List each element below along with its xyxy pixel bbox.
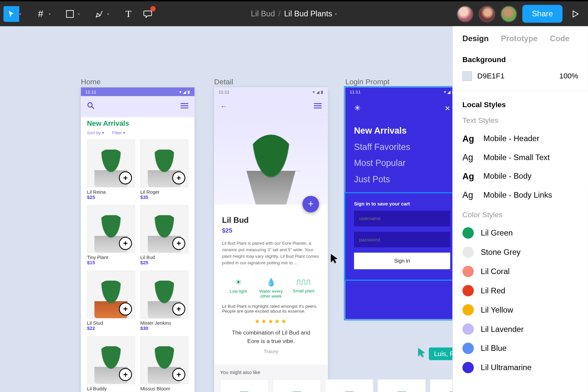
color-style-item[interactable]: Lil Lavender xyxy=(463,323,579,335)
color-style-item[interactable]: Lil Yellow xyxy=(463,304,579,316)
username-input[interactable] xyxy=(354,211,450,226)
shape-tool-caret[interactable]: ▾ xyxy=(78,11,80,16)
color-swatch-icon xyxy=(463,266,474,277)
care-icon: 💧 xyxy=(256,278,286,287)
add-to-cart-fab[interactable]: + xyxy=(302,196,319,212)
menu-icon[interactable] xyxy=(314,103,322,110)
frame-tool-caret[interactable]: ▾ xyxy=(49,11,51,16)
color-style-item[interactable]: Lil Blue xyxy=(463,343,579,354)
review-author: Tracey xyxy=(222,349,320,354)
shape-tool[interactable] xyxy=(62,6,78,22)
text-tool[interactable]: T xyxy=(121,6,136,22)
product-card[interactable]: + Tiny Plant $15 xyxy=(87,205,135,266)
product-image: + xyxy=(140,270,188,318)
color-swatch-icon xyxy=(463,362,474,373)
background-swatch[interactable] xyxy=(463,71,472,81)
ymal-card[interactable]: + Tiny Plant $25 xyxy=(220,379,268,392)
menu-icon[interactable] xyxy=(181,103,188,110)
status-time: 11:11 xyxy=(85,90,96,94)
ymal-card[interactable]: + Mister Jenkins $25 xyxy=(325,379,373,392)
password-input[interactable] xyxy=(354,232,450,247)
add-button[interactable]: + xyxy=(172,237,185,250)
product-card[interactable]: + Mister Jenkins $30 xyxy=(140,270,188,331)
status-icons: ▾ ◢ ▮ xyxy=(313,90,323,94)
product-name: Tiny Plant xyxy=(87,255,135,260)
background-hex[interactable]: D9E1F1 xyxy=(477,72,504,80)
login-menu-item[interactable]: Most Popular xyxy=(354,158,450,168)
login-menu-item[interactable]: Staff Favorites xyxy=(354,142,450,152)
frame-label-home[interactable]: Home xyxy=(81,78,101,87)
product-name: Mister Jenkins xyxy=(140,320,188,326)
frame-home[interactable]: 11:11 ▾ ◢ ▮ New Arrivals Sort by ▾ Filte… xyxy=(81,88,195,392)
frame-label-login[interactable]: Login Prompt xyxy=(345,78,389,87)
product-price: $30 xyxy=(140,326,188,331)
collaborator-avatar[interactable] xyxy=(479,6,495,22)
text-style-item[interactable]: AgMobile - Header xyxy=(463,134,579,144)
care-attribute: ⎍⎍⎍Small plant xyxy=(288,278,319,299)
frame-tool[interactable]: # xyxy=(33,6,48,22)
filter-dropdown[interactable]: Filter ▾ xyxy=(112,130,125,135)
document-name: Lil Bud Plants xyxy=(284,9,332,18)
text-style-item[interactable]: AgMobile - Body Links xyxy=(463,190,579,200)
status-icons: ▾ ◢ ▮ xyxy=(179,90,190,94)
product-card[interactable]: + Lil Roger $35 xyxy=(140,139,188,200)
frame-label-detail[interactable]: Detail xyxy=(214,78,233,87)
text-style-item[interactable]: AgMobile - Body xyxy=(463,171,579,181)
present-button[interactable] xyxy=(568,10,583,18)
product-price: $25 xyxy=(87,194,135,200)
product-image: + xyxy=(87,205,135,253)
close-icon[interactable]: ✕ xyxy=(445,104,450,112)
ymal-card[interactable]: + Lil Roger $25 xyxy=(273,379,321,392)
product-card[interactable]: + Missus Bloom $25 xyxy=(140,336,188,392)
frame-login[interactable]: 11:11 ▾ ◢ ▮ ✳ ✕ New ArrivalsStaff Favori… xyxy=(345,88,459,319)
comment-tool[interactable] xyxy=(140,6,155,22)
move-tool-caret[interactable]: ▾ xyxy=(19,11,22,16)
login-menu-item[interactable]: New Arrivals xyxy=(354,126,450,136)
add-button[interactable]: + xyxy=(172,171,185,184)
app-toolbar: ▾ # ▾ ▾ ▾ T Lil Bud / Lil Bud Plants ▾ S… xyxy=(0,0,588,26)
product-card[interactable]: + Lil Reina $25 xyxy=(87,139,135,200)
add-button[interactable]: + xyxy=(172,302,185,316)
collaborator-avatar[interactable] xyxy=(457,6,473,22)
pen-tool-caret[interactable]: ▾ xyxy=(107,11,109,16)
ymal-card[interactable]: + Medium Succulent $25 xyxy=(378,379,426,392)
document-caret[interactable]: ▾ xyxy=(335,11,337,16)
search-icon[interactable] xyxy=(87,102,95,111)
color-style-item[interactable]: Lil Ultramarine xyxy=(463,362,579,373)
login-menu-item[interactable]: Just Pots xyxy=(354,174,450,185)
add-button[interactable]: + xyxy=(119,171,132,184)
product-card[interactable]: + Lil Stud $22 xyxy=(87,270,135,331)
add-button[interactable]: + xyxy=(172,368,185,381)
pen-tool[interactable] xyxy=(91,6,107,22)
care-attribute: 💧Water every other week xyxy=(256,278,286,299)
color-style-item[interactable]: Stone Grey xyxy=(463,247,579,258)
back-icon[interactable]: ← xyxy=(220,103,227,110)
sort-dropdown[interactable]: Sort by ▾ xyxy=(87,130,104,135)
tab-code[interactable]: Code xyxy=(550,34,569,43)
color-style-name: Lil Yellow xyxy=(481,305,513,315)
share-button[interactable]: Share xyxy=(522,5,563,23)
frame-detail[interactable]: 11:11 ▾ ◢ ▮ ← + Lil Bud $25 Lil Bud Plan… xyxy=(214,88,328,392)
heading-new-arrivals: New Arrivals xyxy=(87,120,188,128)
color-style-item[interactable]: Lil Green xyxy=(463,227,579,239)
collaborator-avatar[interactable] xyxy=(500,6,517,22)
color-style-item[interactable]: Lil Coral xyxy=(463,266,579,277)
background-opacity[interactable]: 100% xyxy=(559,72,578,80)
add-button[interactable]: + xyxy=(119,368,132,381)
product-card[interactable]: + Lil Buddy $25 xyxy=(87,336,135,392)
text-style-item[interactable]: AgMobile - Small Text xyxy=(463,153,579,163)
tab-prototype[interactable]: Prototype xyxy=(501,34,537,43)
add-button[interactable]: + xyxy=(119,237,132,250)
signin-button[interactable]: Sign in xyxy=(354,253,450,269)
color-style-item[interactable]: Lil Red xyxy=(463,285,579,296)
move-tool[interactable] xyxy=(4,6,19,22)
text-styles-label: Text Styles xyxy=(463,116,579,125)
text-style-name: Mobile - Small Text xyxy=(483,153,550,162)
tab-design[interactable]: Design xyxy=(463,34,489,43)
document-title[interactable]: Lil Bud / Lil Bud Plants ▾ xyxy=(251,9,337,18)
add-button[interactable]: + xyxy=(119,302,132,316)
svg-line-2 xyxy=(92,106,94,109)
product-price: $22 xyxy=(87,326,135,331)
product-price: $25 xyxy=(222,227,320,234)
product-card[interactable]: + Lil Bud $25 xyxy=(140,205,188,266)
